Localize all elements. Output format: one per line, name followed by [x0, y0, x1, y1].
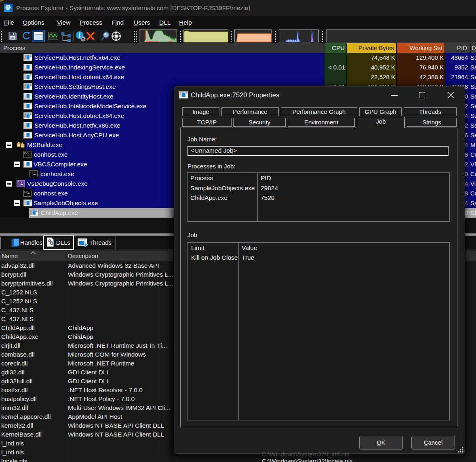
svg-text:C:\: C:\ — [30, 171, 35, 174]
svg-text:C:\: C:\ — [24, 152, 29, 155]
svg-text:C:\: C:\ — [17, 181, 22, 184]
svg-text:C:\: C:\ — [24, 191, 29, 193]
